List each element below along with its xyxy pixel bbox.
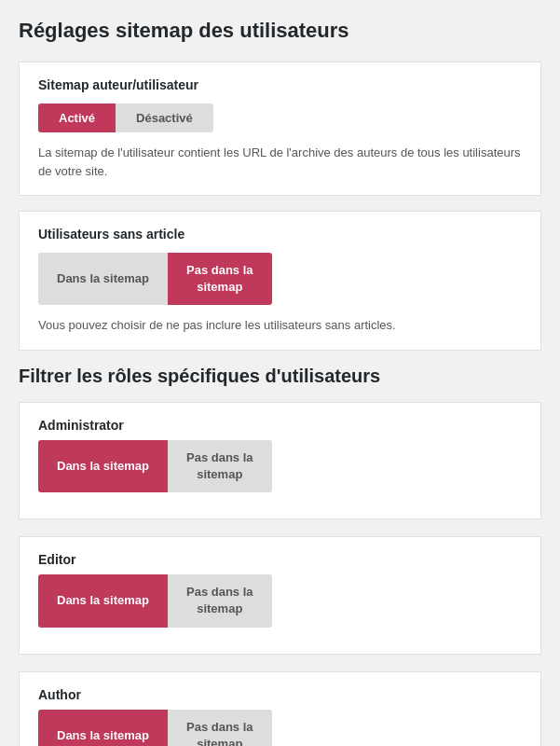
users-in-sitemap-button[interactable]: Dans la sitemap — [38, 253, 168, 305]
editor-not-in-sitemap-button[interactable]: Pas dans lasitemap — [168, 574, 272, 627]
users-sans-article-description: Vous pouvez choisir de ne pas inclure le… — [38, 316, 522, 335]
users-not-in-sitemap-button[interactable]: Pas dans lasitemap — [168, 253, 272, 305]
sitemap-toggle-group: Activé Désactivé — [38, 104, 522, 132]
users-sans-article-section: Utilisateurs sans article Dans la sitema… — [19, 211, 541, 351]
author-toggle-group: Dans la sitemap Pas dans lasitemap — [38, 710, 522, 746]
role-author-section: Author Dans la sitemap Pas dans lasitema… — [19, 671, 541, 746]
author-in-sitemap-button[interactable]: Dans la sitemap — [38, 710, 168, 746]
editor-toggle-group: Dans la sitemap Pas dans lasitemap — [38, 574, 522, 627]
sitemap-auteur-description: La sitemap de l'utilisateur contient les… — [38, 144, 522, 180]
administrator-in-sitemap-button[interactable]: Dans la sitemap — [38, 440, 168, 492]
role-administrator-title: Administrator — [38, 418, 522, 433]
author-not-in-sitemap-button[interactable]: Pas dans lasitemap — [168, 710, 272, 746]
role-editor-title: Editor — [38, 552, 522, 567]
users-sans-article-title: Utilisateurs sans article — [38, 227, 522, 242]
filter-section-title: Filtrer les rôles spécifiques d'utilisat… — [19, 366, 541, 387]
administrator-not-in-sitemap-button[interactable]: Pas dans lasitemap — [168, 440, 272, 492]
role-administrator-section: Administrator Dans la sitemap Pas dans l… — [19, 402, 541, 519]
users-toggle-group: Dans la sitemap Pas dans lasitemap — [38, 253, 522, 305]
sitemap-auteur-section: Sitemap auteur/utilisateur Activé Désact… — [19, 62, 541, 196]
sitemap-inactive-button[interactable]: Désactivé — [116, 104, 213, 132]
role-editor-section: Editor Dans la sitemap Pas dans lasitema… — [19, 536, 541, 654]
role-author-title: Author — [38, 687, 522, 702]
sitemap-active-button[interactable]: Activé — [38, 104, 116, 132]
page-title: Réglages sitemap des utilisateurs — [19, 19, 541, 43]
sitemap-auteur-title: Sitemap auteur/utilisateur — [38, 77, 522, 92]
editor-in-sitemap-button[interactable]: Dans la sitemap — [38, 574, 168, 627]
administrator-toggle-group: Dans la sitemap Pas dans lasitemap — [38, 440, 522, 492]
